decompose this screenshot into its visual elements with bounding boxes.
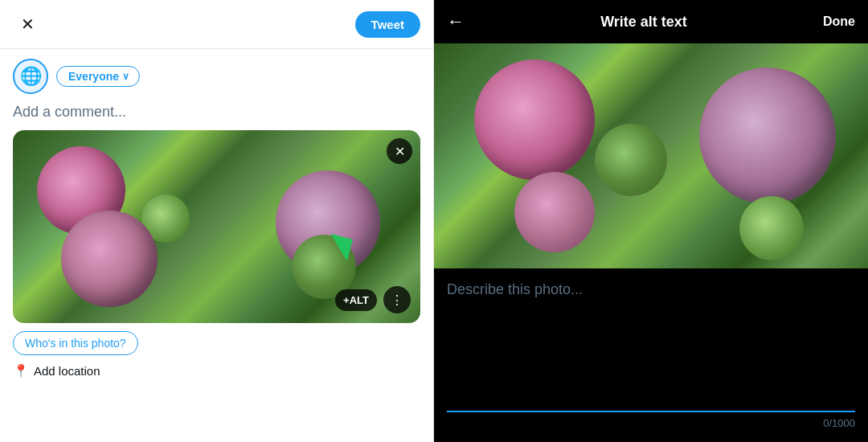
avatar: 🌐	[13, 59, 48, 94]
close-icon: ✕	[21, 14, 35, 34]
whos-in-photo-button[interactable]: Who's in this photo?	[13, 331, 138, 355]
alt-text-panel: ← Write alt text Done 0/1000	[434, 0, 868, 442]
right-succulent-5	[739, 196, 804, 260]
bottom-actions: Who's in this photo? 📍 Add location	[0, 323, 433, 387]
succulent-4	[61, 211, 158, 307]
right-header: ← Write alt text Done	[434, 0, 868, 43]
alt-text-input-area: 0/1000	[434, 268, 868, 442]
close-image-icon: ✕	[395, 144, 405, 159]
right-succulent-4	[595, 124, 667, 196]
audience-label: Everyone	[68, 70, 119, 83]
more-options-button[interactable]: ⋮	[383, 286, 411, 313]
right-succulent-1	[474, 59, 595, 180]
right-succulent-3	[514, 172, 595, 252]
input-underline	[447, 411, 855, 412]
close-button[interactable]: ✕	[13, 10, 42, 39]
back-icon: ←	[447, 11, 465, 32]
chevron-down-icon: ∨	[122, 71, 129, 82]
remove-image-button[interactable]: ✕	[387, 138, 412, 164]
right-photo-background	[434, 43, 868, 268]
add-alt-text-button[interactable]: +ALT	[335, 289, 377, 311]
panel-title: Write alt text	[600, 14, 687, 31]
user-row: 🌐 Everyone ∨	[0, 49, 433, 100]
alt-text-input[interactable]	[447, 281, 855, 407]
done-button[interactable]: Done	[823, 14, 855, 29]
char-counter: 0/1000	[447, 417, 855, 429]
audience-selector[interactable]: Everyone ∨	[56, 66, 140, 87]
left-header: ✕ Tweet	[0, 0, 433, 49]
right-succulent-2	[699, 68, 836, 204]
location-icon: 📍	[13, 363, 29, 379]
tweet-button[interactable]: Tweet	[355, 11, 420, 38]
image-actions: +ALT ⋮	[335, 286, 411, 313]
comment-placeholder[interactable]: Add a comment...	[0, 100, 433, 130]
image-container: ✕ +ALT ⋮	[13, 130, 420, 323]
globe-icon: 🌐	[20, 66, 42, 87]
add-location-label: Add location	[34, 364, 100, 378]
compose-panel: ✕ Tweet 🌐 Everyone ∨ Add a comment... ✕ …	[0, 0, 434, 442]
back-button[interactable]: ←	[447, 11, 465, 32]
alt-text-image	[434, 43, 868, 268]
add-location-row[interactable]: 📍 Add location	[13, 363, 420, 379]
